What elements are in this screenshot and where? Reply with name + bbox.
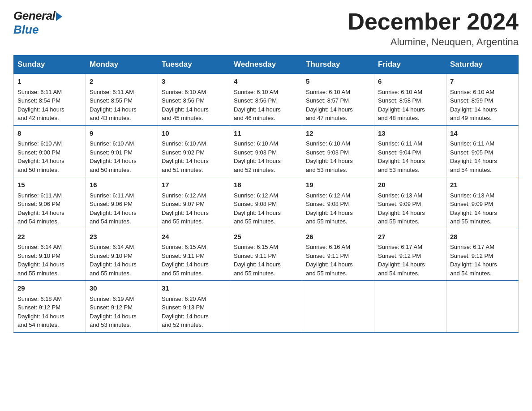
day-number: 3 [162, 77, 226, 87]
calendar-header-row: SundayMondayTuesdayWednesdayThursdayFrid… [14, 56, 519, 74]
calendar-cell: 30Sunrise: 6:19 AMSunset: 9:12 PMDayligh… [86, 281, 158, 333]
day-number: 28 [450, 232, 515, 242]
day-info: Sunrise: 6:19 AMSunset: 9:12 PMDaylight:… [90, 295, 154, 330]
calendar-cell: 16Sunrise: 6:11 AMSunset: 9:06 PMDayligh… [86, 177, 158, 229]
day-number: 31 [162, 283, 226, 294]
day-number: 29 [17, 283, 82, 294]
calendar-cell: 23Sunrise: 6:14 AMSunset: 9:10 PMDayligh… [86, 229, 158, 281]
calendar-cell: 24Sunrise: 6:15 AMSunset: 9:11 PMDayligh… [158, 229, 230, 281]
calendar-cell [230, 281, 302, 333]
day-number: 21 [450, 180, 515, 190]
title-block: December 2024 Alumine, Neuquen, Argentin… [348, 9, 519, 48]
calendar-cell: 13Sunrise: 6:11 AMSunset: 9:04 PMDayligh… [374, 125, 446, 177]
calendar-cell: 9Sunrise: 6:10 AMSunset: 9:01 PMDaylight… [86, 125, 158, 177]
day-number: 10 [162, 128, 226, 139]
day-number: 14 [450, 128, 515, 139]
day-number: 25 [234, 232, 298, 242]
calendar-cell: 21Sunrise: 6:13 AMSunset: 9:09 PMDayligh… [446, 177, 519, 229]
day-number: 27 [378, 232, 442, 242]
day-info: Sunrise: 6:11 AMSunset: 9:05 PMDaylight:… [450, 139, 515, 174]
day-number: 24 [162, 232, 226, 242]
calendar-cell: 6Sunrise: 6:10 AMSunset: 8:58 PMDaylight… [374, 74, 446, 126]
day-info: Sunrise: 6:18 AMSunset: 9:12 PMDaylight:… [17, 295, 82, 330]
day-number: 1 [17, 77, 82, 87]
day-number: 12 [306, 128, 370, 139]
day-info: Sunrise: 6:14 AMSunset: 9:10 PMDaylight:… [17, 243, 82, 278]
calendar-cell: 18Sunrise: 6:12 AMSunset: 9:08 PMDayligh… [230, 177, 302, 229]
day-info: Sunrise: 6:11 AMSunset: 8:55 PMDaylight:… [90, 88, 154, 123]
calendar-cell: 4Sunrise: 6:10 AMSunset: 8:56 PMDaylight… [230, 74, 302, 126]
calendar-cell: 28Sunrise: 6:17 AMSunset: 9:12 PMDayligh… [446, 229, 519, 281]
day-number: 26 [306, 232, 370, 242]
day-info: Sunrise: 6:15 AMSunset: 9:11 PMDaylight:… [162, 243, 226, 278]
day-number: 2 [90, 77, 154, 87]
calendar-cell [446, 281, 519, 333]
calendar-cell: 29Sunrise: 6:18 AMSunset: 9:12 PMDayligh… [14, 281, 86, 333]
day-number: 18 [234, 180, 298, 190]
header-thursday: Thursday [302, 56, 374, 74]
day-info: Sunrise: 6:11 AMSunset: 9:06 PMDaylight:… [17, 191, 82, 226]
day-number: 19 [306, 180, 370, 190]
day-info: Sunrise: 6:10 AMSunset: 9:02 PMDaylight:… [162, 139, 226, 174]
day-number: 17 [162, 180, 226, 190]
calendar-cell: 22Sunrise: 6:14 AMSunset: 9:10 PMDayligh… [14, 229, 86, 281]
header-saturday: Saturday [446, 56, 519, 74]
day-info: Sunrise: 6:10 AMSunset: 9:00 PMDaylight:… [17, 139, 82, 174]
day-info: Sunrise: 6:10 AMSunset: 9:01 PMDaylight:… [90, 139, 154, 174]
day-number: 7 [450, 77, 515, 87]
day-info: Sunrise: 6:10 AMSunset: 9:03 PMDaylight:… [234, 139, 298, 174]
location-text: Alumine, Neuquen, Argentina [348, 36, 519, 48]
calendar-week-row: 15Sunrise: 6:11 AMSunset: 9:06 PMDayligh… [14, 177, 519, 229]
day-info: Sunrise: 6:10 AMSunset: 8:56 PMDaylight:… [234, 88, 298, 123]
day-number: 30 [90, 283, 154, 294]
calendar-week-row: 8Sunrise: 6:10 AMSunset: 9:00 PMDaylight… [14, 125, 519, 177]
calendar-week-row: 29Sunrise: 6:18 AMSunset: 9:12 PMDayligh… [14, 281, 519, 333]
day-number: 11 [234, 128, 298, 139]
calendar-cell: 26Sunrise: 6:16 AMSunset: 9:11 PMDayligh… [302, 229, 374, 281]
day-info: Sunrise: 6:10 AMSunset: 8:59 PMDaylight:… [450, 88, 515, 123]
day-number: 13 [378, 128, 442, 139]
day-info: Sunrise: 6:12 AMSunset: 9:08 PMDaylight:… [234, 191, 298, 226]
calendar-cell: 5Sunrise: 6:10 AMSunset: 8:57 PMDaylight… [302, 74, 374, 126]
logo: General Blue [13, 9, 62, 37]
calendar-cell: 8Sunrise: 6:10 AMSunset: 9:00 PMDaylight… [14, 125, 86, 177]
day-number: 15 [17, 180, 82, 190]
day-info: Sunrise: 6:17 AMSunset: 9:12 PMDaylight:… [378, 243, 442, 278]
logo-arrow-icon [56, 12, 62, 21]
header-wednesday: Wednesday [230, 56, 302, 74]
day-number: 23 [90, 232, 154, 242]
calendar-cell: 20Sunrise: 6:13 AMSunset: 9:09 PMDayligh… [374, 177, 446, 229]
day-info: Sunrise: 6:14 AMSunset: 9:10 PMDaylight:… [90, 243, 154, 278]
day-number: 8 [17, 128, 82, 139]
month-title: December 2024 [348, 9, 519, 34]
calendar-cell: 31Sunrise: 6:20 AMSunset: 9:13 PMDayligh… [158, 281, 230, 333]
day-info: Sunrise: 6:16 AMSunset: 9:11 PMDaylight:… [306, 243, 370, 278]
calendar-cell: 1Sunrise: 6:11 AMSunset: 8:54 PMDaylight… [14, 74, 86, 126]
day-number: 9 [90, 128, 154, 139]
day-info: Sunrise: 6:11 AMSunset: 8:54 PMDaylight:… [17, 88, 82, 123]
header-tuesday: Tuesday [158, 56, 230, 74]
calendar-week-row: 22Sunrise: 6:14 AMSunset: 9:10 PMDayligh… [14, 229, 519, 281]
day-info: Sunrise: 6:11 AMSunset: 9:06 PMDaylight:… [90, 191, 154, 226]
page-header: General Blue December 2024 Alumine, Neuq… [13, 9, 519, 48]
day-info: Sunrise: 6:10 AMSunset: 9:03 PMDaylight:… [306, 139, 370, 174]
calendar-cell: 12Sunrise: 6:10 AMSunset: 9:03 PMDayligh… [302, 125, 374, 177]
calendar-cell: 11Sunrise: 6:10 AMSunset: 9:03 PMDayligh… [230, 125, 302, 177]
calendar-cell: 14Sunrise: 6:11 AMSunset: 9:05 PMDayligh… [446, 125, 519, 177]
day-info: Sunrise: 6:17 AMSunset: 9:12 PMDaylight:… [450, 243, 515, 278]
header-friday: Friday [374, 56, 446, 74]
calendar-table: SundayMondayTuesdayWednesdayThursdayFrid… [13, 55, 519, 333]
calendar-week-row: 1Sunrise: 6:11 AMSunset: 8:54 PMDaylight… [14, 74, 519, 126]
calendar-cell: 7Sunrise: 6:10 AMSunset: 8:59 PMDaylight… [446, 74, 519, 126]
logo-general-text: General [13, 9, 55, 23]
day-info: Sunrise: 6:11 AMSunset: 9:04 PMDaylight:… [378, 139, 442, 174]
calendar-cell: 2Sunrise: 6:11 AMSunset: 8:55 PMDaylight… [86, 74, 158, 126]
day-info: Sunrise: 6:10 AMSunset: 8:57 PMDaylight:… [306, 88, 370, 123]
day-number: 5 [306, 77, 370, 87]
calendar-cell: 15Sunrise: 6:11 AMSunset: 9:06 PMDayligh… [14, 177, 86, 229]
logo-blue-text: Blue [13, 23, 39, 37]
day-info: Sunrise: 6:12 AMSunset: 9:07 PMDaylight:… [162, 191, 226, 226]
calendar-cell [302, 281, 374, 333]
day-number: 6 [378, 77, 442, 87]
calendar-cell: 10Sunrise: 6:10 AMSunset: 9:02 PMDayligh… [158, 125, 230, 177]
